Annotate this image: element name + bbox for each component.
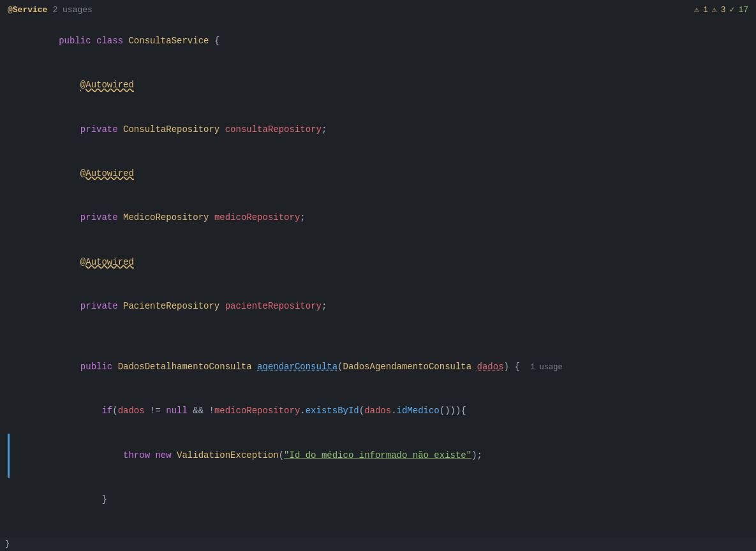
open-brace: { bbox=[214, 36, 219, 46]
check-count: 17 bbox=[738, 5, 748, 15]
annotation-autowired3: @Autowired bbox=[80, 257, 134, 267]
var-consulta-repo: consultaRepository bbox=[225, 124, 322, 135]
kw-private3: private bbox=[80, 301, 123, 311]
line-method1-sig: public DadosDetalhamentoConsulta agendar… bbox=[5, 345, 756, 389]
bottom-status: } bbox=[5, 540, 10, 548]
top-bar-right: ⚠ 1 ⚠ 3 ✓ 17 bbox=[694, 4, 748, 15]
type-consulta-repo: ConsultaRepository bbox=[123, 124, 225, 135]
class-name: ConsultaService bbox=[128, 36, 214, 46]
line-content: @Autowired bbox=[13, 63, 756, 107]
annotation-autowired2: @Autowired bbox=[80, 168, 134, 179]
fn-id-medico: idMedico bbox=[397, 406, 440, 416]
line-field3: private PacienteRepository pacienteRepos… bbox=[5, 284, 756, 328]
line-content: private MedicoRepository medicoRepositor… bbox=[13, 196, 756, 240]
warning-icon-2: ⚠ bbox=[712, 4, 717, 15]
line-if1: if(dados != null && !medicoRepository.ex… bbox=[5, 389, 756, 433]
param-dados bbox=[471, 362, 477, 372]
line-content: @Autowired bbox=[13, 240, 756, 284]
top-bar-left: @Service 2 usages bbox=[8, 5, 93, 15]
top-bar: @Service 2 usages ⚠ 1 ⚠ 3 ✓ 17 bbox=[0, 0, 756, 19]
var-dados-id1: dados bbox=[364, 406, 391, 416]
line-content: public class ConsultaService { bbox=[13, 19, 756, 63]
line-blank1 bbox=[5, 328, 756, 345]
str-medico: "Id do médico informado não existe" bbox=[284, 450, 471, 460]
kw-throw1: throw bbox=[123, 450, 150, 460]
line-content: throw new ValidationException("Id do méd… bbox=[13, 434, 756, 478]
warn2-count: 3 bbox=[721, 5, 726, 15]
warning-icon-1: ⚠ bbox=[694, 4, 699, 15]
kw-private1: private bbox=[80, 124, 123, 135]
type-medico-repo: MedicoRepository bbox=[123, 212, 214, 223]
line-field1: private ConsultaRepository consultaRepos… bbox=[5, 108, 756, 152]
line-close1: } bbox=[5, 478, 756, 522]
line-content: } bbox=[13, 478, 756, 522]
semi1: ; bbox=[322, 124, 327, 135]
editor-container: @Service 2 usages ⚠ 1 ⚠ 3 ✓ 17 public cl… bbox=[0, 0, 756, 551]
type-validation-ex1: ValidationException bbox=[177, 450, 279, 460]
warn1-count: 1 bbox=[703, 5, 708, 15]
type-paciente-repo: PacienteRepository bbox=[123, 301, 225, 311]
kw-new1: new bbox=[155, 450, 177, 460]
left-border-throw1 bbox=[8, 434, 10, 478]
line-class-decl: public class ConsultaService { bbox=[5, 19, 756, 63]
usage-count: 2 usages bbox=[52, 5, 92, 15]
fn-agendar: agendarConsulta bbox=[257, 362, 337, 372]
line-content: @Autowired bbox=[13, 152, 756, 196]
line-content bbox=[13, 328, 756, 343]
check-icon: ✓ bbox=[730, 4, 735, 15]
line-field2: private MedicoRepository medicoRepositor… bbox=[5, 196, 756, 240]
usage-count-method: 1 usage bbox=[530, 363, 562, 372]
semi3: ; bbox=[322, 301, 327, 311]
code-area: public class ConsultaService { @Autowire… bbox=[0, 19, 756, 551]
space-brace: { bbox=[509, 362, 525, 372]
line-autowired2: @Autowired bbox=[5, 152, 756, 196]
bottom-bar: } bbox=[0, 537, 756, 551]
type-return: DadosDetalhamentoConsulta bbox=[118, 362, 257, 372]
annotation-autowired1: @Autowired bbox=[80, 80, 134, 90]
line-content: public DadosDetalhamentoConsulta agendar… bbox=[13, 345, 756, 389]
type-dados: DadosAgendamentoConsulta bbox=[343, 362, 472, 372]
var-medico-repo-call: medicoRepository bbox=[214, 406, 300, 416]
line-content: private ConsultaRepository consultaRepos… bbox=[13, 108, 756, 152]
var-paciente-repo: pacienteRepository bbox=[225, 301, 322, 311]
line-throw1: throw new ValidationException("Id do méd… bbox=[5, 434, 756, 478]
line-autowired3: @Autowired bbox=[5, 240, 756, 284]
line-autowired1: @Autowired bbox=[5, 63, 756, 107]
kw-public-method: public bbox=[80, 362, 118, 372]
annotation-label: @Service bbox=[8, 5, 47, 15]
line-content: if(dados != null && !medicoRepository.ex… bbox=[13, 389, 756, 433]
var-medico-repo: medicoRepository bbox=[214, 212, 300, 223]
paren-open: ( bbox=[337, 362, 343, 372]
kw-null1: null bbox=[166, 406, 188, 416]
kw-if1: if bbox=[101, 406, 112, 416]
paren-close: ) bbox=[504, 362, 509, 372]
var-dados: dados bbox=[477, 362, 504, 372]
kw-class: class bbox=[96, 36, 128, 46]
var-dados-if1: dados bbox=[118, 406, 145, 416]
fn-exists-medico: existsById bbox=[306, 406, 359, 416]
line-content: private PacienteRepository pacienteRepos… bbox=[13, 284, 756, 328]
kw-public: public bbox=[59, 36, 96, 46]
kw-private2: private bbox=[80, 212, 123, 223]
semi2: ; bbox=[300, 212, 305, 223]
